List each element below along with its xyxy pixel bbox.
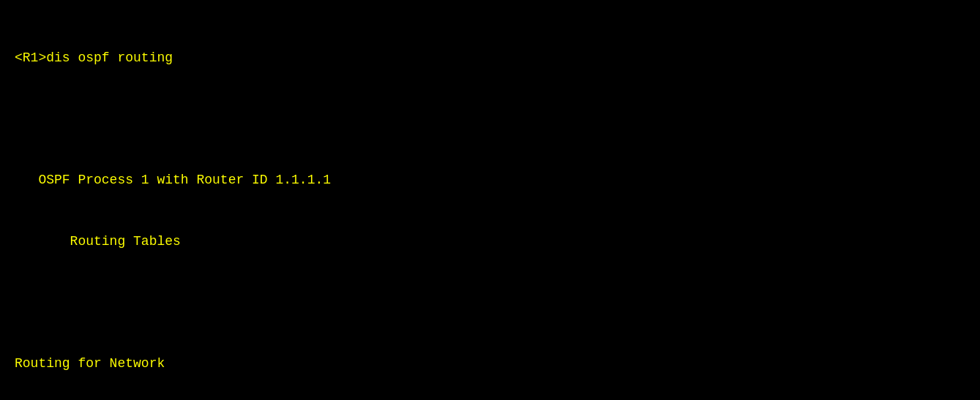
blank-line-2 [15, 293, 965, 313]
command-line: <R1>dis ospf routing [15, 48, 965, 69]
ospf-header-2: Routing Tables [15, 232, 965, 252]
ospf-header-1: OSPF Process 1 with Router ID 1.1.1.1 [15, 170, 965, 191]
terminal-output: <R1>dis ospf routing OSPF Process 1 with… [15, 7, 965, 400]
blank-line-1 [15, 109, 965, 129]
network-section-header: Routing for Network [15, 354, 965, 374]
